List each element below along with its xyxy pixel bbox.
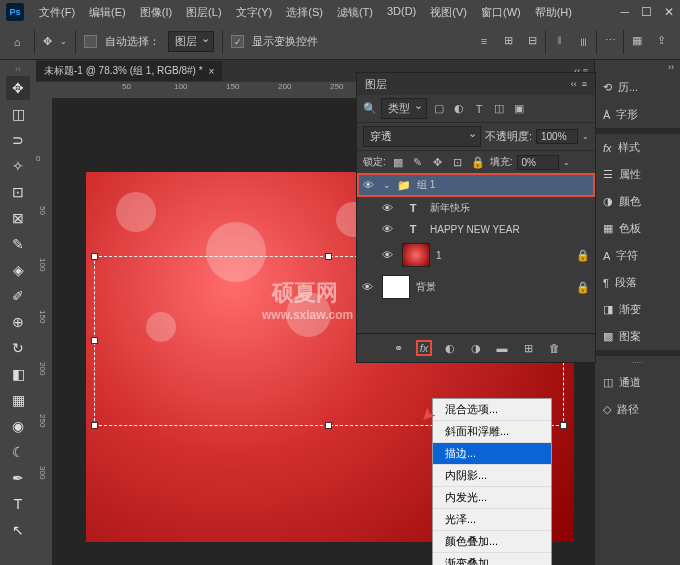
panel-paragraph[interactable]: ¶段落 xyxy=(595,269,680,296)
menu-view[interactable]: 视图(V) xyxy=(425,3,472,22)
more-icon[interactable]: ⋯ xyxy=(599,30,621,52)
3d-icon[interactable]: ▦ xyxy=(626,30,648,52)
delete-icon[interactable]: 🗑 xyxy=(546,340,562,356)
panel-character[interactable]: A字符 xyxy=(595,242,680,269)
filter-type-dropdown[interactable]: 类型 xyxy=(381,98,427,119)
move-tool-icon[interactable]: ✥ xyxy=(43,35,52,48)
lock-artboard-icon[interactable]: ⊡ xyxy=(450,154,466,170)
fx-icon[interactable]: fx xyxy=(416,340,432,356)
distribute-icon-2[interactable]: ⫼ xyxy=(572,30,594,52)
move-tool[interactable]: ✥ xyxy=(6,76,30,100)
panel-color[interactable]: ◑颜色 xyxy=(595,188,680,215)
path-tool[interactable]: ↖ xyxy=(6,518,30,542)
lock-transparency-icon[interactable]: ▩ xyxy=(390,154,406,170)
show-transform-checkbox[interactable]: ✓ xyxy=(231,35,244,48)
menu-select[interactable]: 选择(S) xyxy=(281,3,328,22)
eraser-tool[interactable]: ◧ xyxy=(6,362,30,386)
panel-gradient[interactable]: ◨渐变 xyxy=(595,296,680,323)
visibility-icon[interactable]: 👁 xyxy=(363,179,377,191)
align-icon-2[interactable]: ⊞ xyxy=(497,30,519,52)
filter-shape-icon[interactable]: ◫ xyxy=(491,101,507,117)
home-icon[interactable]: ⌂ xyxy=(8,33,26,51)
type-tool[interactable]: T xyxy=(6,492,30,516)
align-icon-3[interactable]: ⊟ xyxy=(521,30,543,52)
panel-pattern[interactable]: ▩图案 xyxy=(595,323,680,350)
fx-color-overlay[interactable]: 颜色叠加... xyxy=(433,531,551,553)
visibility-icon[interactable]: 👁 xyxy=(382,223,396,235)
filter-smart-icon[interactable]: ▣ xyxy=(511,101,527,117)
gradient-tool[interactable]: ▦ xyxy=(6,388,30,412)
menu-layer[interactable]: 图层(L) xyxy=(181,3,226,22)
layer-image-1[interactable]: 👁 1 🔒 xyxy=(357,239,595,271)
fx-inner-shadow[interactable]: 内阴影... xyxy=(433,465,551,487)
filter-adjust-icon[interactable]: ◐ xyxy=(451,101,467,117)
history-brush-tool[interactable]: ↻ xyxy=(6,336,30,360)
fx-bevel[interactable]: 斜面和浮雕... xyxy=(433,421,551,443)
fx-inner-glow[interactable]: 内发光... xyxy=(433,487,551,509)
fx-blend-options[interactable]: 混合选项... xyxy=(433,399,551,421)
menu-help[interactable]: 帮助(H) xyxy=(530,3,577,22)
panel-menu-icon[interactable]: ≡ xyxy=(582,79,587,89)
blend-mode-dropdown[interactable]: 穿透 xyxy=(363,126,481,147)
panel-history[interactable]: ⟲历... xyxy=(595,74,680,101)
panel-collapse-icon[interactable]: ‹‹ xyxy=(571,79,577,89)
eyedropper-tool[interactable]: ✎ xyxy=(6,232,30,256)
lock-pixels-icon[interactable]: ✎ xyxy=(410,154,426,170)
search-icon[interactable]: 🔍 xyxy=(363,102,377,115)
align-icon[interactable]: ≡ xyxy=(473,30,495,52)
visibility-icon[interactable]: 👁 xyxy=(362,281,376,293)
panel-channels[interactable]: ◫通道 xyxy=(595,369,680,396)
layer-text-2[interactable]: 👁 T HAPPY NEW YEAR xyxy=(357,219,595,239)
fx-stroke[interactable]: 描边... xyxy=(433,443,551,465)
dodge-tool[interactable]: ☾ xyxy=(6,440,30,464)
panel-styles[interactable]: fx样式 xyxy=(595,134,680,161)
blur-tool[interactable]: ◉ xyxy=(6,414,30,438)
filter-text-icon[interactable]: T xyxy=(471,101,487,117)
link-icon[interactable]: ⚭ xyxy=(390,340,406,356)
lasso-tool[interactable]: ⊃ xyxy=(6,128,30,152)
group-icon[interactable]: ▬ xyxy=(494,340,510,356)
menu-text[interactable]: 文字(Y) xyxy=(231,3,278,22)
tab-close-icon[interactable]: × xyxy=(209,66,215,77)
marquee-tool[interactable]: ◫ xyxy=(6,102,30,126)
minimize-icon[interactable]: ─ xyxy=(620,5,629,19)
pen-tool[interactable]: ✒ xyxy=(6,466,30,490)
adjustment-icon[interactable]: ◑ xyxy=(468,340,484,356)
stamp-tool[interactable]: ⊕ xyxy=(6,310,30,334)
maximize-icon[interactable]: ☐ xyxy=(641,5,652,19)
visibility-icon[interactable]: 👁 xyxy=(382,202,396,214)
menu-window[interactable]: 窗口(W) xyxy=(476,3,526,22)
auto-select-target[interactable]: 图层 xyxy=(168,31,214,52)
new-layer-icon[interactable]: ⊞ xyxy=(520,340,536,356)
close-icon[interactable]: ✕ xyxy=(664,5,674,19)
fx-gradient-overlay[interactable]: 渐变叠加... xyxy=(433,553,551,565)
menu-edit[interactable]: 编辑(E) xyxy=(84,3,131,22)
share-icon[interactable]: ⇪ xyxy=(650,30,672,52)
panel-swatches[interactable]: ▦色板 xyxy=(595,215,680,242)
fill-input[interactable]: 0% xyxy=(517,155,559,170)
fx-satin[interactable]: 光泽... xyxy=(433,509,551,531)
visibility-icon[interactable]: 👁 xyxy=(382,249,396,261)
menu-image[interactable]: 图像(I) xyxy=(135,3,177,22)
crop-tool[interactable]: ⊡ xyxy=(6,180,30,204)
distribute-icon[interactable]: ⫴ xyxy=(548,30,570,52)
frame-tool[interactable]: ⊠ xyxy=(6,206,30,230)
opacity-input[interactable]: 100% xyxy=(536,129,578,144)
auto-select-checkbox[interactable] xyxy=(84,35,97,48)
mask-icon[interactable]: ◐ xyxy=(442,340,458,356)
document-tab[interactable]: 未标题-1 @ 78.3% (组 1, RGB/8#) * × xyxy=(36,61,222,81)
layer-group-1[interactable]: 👁 ⌄ 📁 组 1 xyxy=(357,173,595,197)
menu-filter[interactable]: 滤镜(T) xyxy=(332,3,378,22)
wand-tool[interactable]: ✧ xyxy=(6,154,30,178)
menu-file[interactable]: 文件(F) xyxy=(34,3,80,22)
lock-all-icon[interactable]: 🔒 xyxy=(470,154,486,170)
panel-glyphs[interactable]: Ā字形 xyxy=(595,101,680,128)
menu-3d[interactable]: 3D(D) xyxy=(382,3,421,22)
layer-text-1[interactable]: 👁 T 新年快乐 xyxy=(357,197,595,219)
filter-pixel-icon[interactable]: ▢ xyxy=(431,101,447,117)
layer-background[interactable]: 👁 背景 🔒 xyxy=(357,271,595,303)
panel-paths[interactable]: ◇路径 xyxy=(595,396,680,423)
lock-position-icon[interactable]: ✥ xyxy=(430,154,446,170)
panel-properties[interactable]: ☰属性 xyxy=(595,161,680,188)
brush-tool[interactable]: ✐ xyxy=(6,284,30,308)
